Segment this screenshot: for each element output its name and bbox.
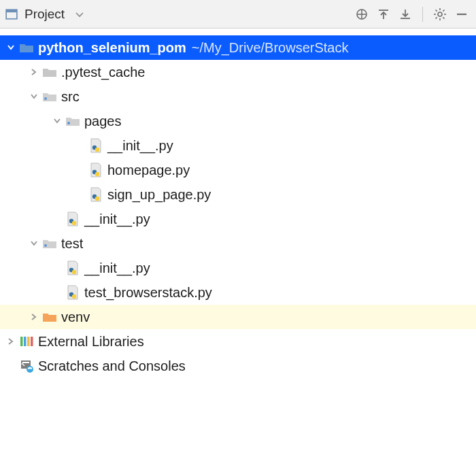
svg-line-16 bbox=[436, 17, 437, 18]
chevron-right-icon[interactable] bbox=[4, 337, 18, 346]
folder-icon bbox=[64, 116, 82, 127]
tree-item-label: test_browserstack.py bbox=[84, 284, 212, 301]
tree-item-label: venv bbox=[61, 308, 90, 326]
toolbar-separator bbox=[422, 7, 423, 22]
toolbar-title[interactable]: Project bbox=[24, 7, 65, 22]
tree-item-sign-up-page[interactable]: sign_up_page.py bbox=[0, 182, 476, 207]
project-name-label: python_selenium_pom bbox=[38, 39, 186, 56]
project-path-label: ~/My_Drive/BrowserStack bbox=[192, 39, 349, 56]
python-file-icon bbox=[64, 285, 82, 300]
python-file-icon bbox=[64, 260, 82, 275]
tree-item-src-init[interactable]: __init__.py bbox=[0, 207, 476, 231]
tree-item-label: src bbox=[61, 88, 80, 105]
select-opened-file-icon[interactable] bbox=[354, 7, 369, 22]
toolbar-right bbox=[354, 7, 472, 22]
scratches-icon bbox=[18, 359, 35, 373]
svg-line-14 bbox=[436, 10, 437, 11]
svg-point-19 bbox=[44, 97, 47, 100]
tree-item-pytest-cache[interactable]: .pytest_cache bbox=[0, 60, 476, 84]
svg-rect-37 bbox=[31, 337, 33, 346]
svg-line-15 bbox=[443, 17, 444, 18]
svg-point-29 bbox=[44, 244, 47, 247]
tree-item-pages-init[interactable]: __init__.py bbox=[0, 133, 476, 158]
tree-item-label: __init__.py bbox=[84, 259, 150, 277]
svg-rect-36 bbox=[27, 337, 30, 346]
folder-icon bbox=[18, 42, 35, 53]
tree-item-label: Scratches and Consoles bbox=[38, 357, 186, 375]
python-file-icon bbox=[87, 163, 105, 178]
svg-point-24 bbox=[95, 172, 99, 176]
tree-item-external-libraries[interactable]: External Libraries bbox=[0, 329, 476, 354]
svg-point-33 bbox=[72, 294, 76, 299]
svg-point-22 bbox=[95, 148, 99, 152]
expand-all-icon[interactable] bbox=[376, 7, 391, 22]
python-file-icon bbox=[87, 187, 105, 202]
collapse-all-icon[interactable] bbox=[398, 7, 413, 22]
tree-item-src[interactable]: src bbox=[0, 84, 476, 109]
svg-rect-34 bbox=[20, 337, 23, 346]
chevron-down-icon[interactable] bbox=[27, 239, 41, 248]
view-mode-dropdown-icon[interactable] bbox=[75, 7, 84, 21]
tree-item-test[interactable]: test bbox=[0, 231, 476, 256]
tree-item-label: homepage.py bbox=[107, 161, 190, 179]
chevron-down-icon[interactable] bbox=[27, 92, 41, 101]
tree-item-label: __init__.py bbox=[107, 137, 173, 154]
tree-item-homepage[interactable]: homepage.py bbox=[0, 158, 476, 182]
chevron-down-icon[interactable] bbox=[50, 117, 64, 125]
project-toolbar: Project bbox=[0, 0, 476, 29]
tree-item-label: External Libraries bbox=[38, 333, 144, 350]
folder-icon bbox=[41, 91, 58, 102]
svg-rect-39 bbox=[22, 362, 29, 363]
svg-point-20 bbox=[67, 122, 70, 124]
chevron-right-icon[interactable] bbox=[27, 313, 41, 321]
python-file-icon bbox=[87, 138, 105, 153]
tool-window-icon bbox=[4, 7, 19, 22]
folder-icon bbox=[41, 238, 58, 249]
chevron-right-icon[interactable] bbox=[27, 68, 41, 76]
tree-item-test-init[interactable]: __init__.py bbox=[0, 256, 476, 280]
external-libraries-icon bbox=[18, 335, 35, 348]
tree-item-label: sign_up_page.py bbox=[107, 186, 211, 203]
python-file-icon bbox=[64, 212, 82, 226]
tree-item-label: pages bbox=[84, 112, 122, 130]
tree-item-label: __init__.py bbox=[84, 210, 150, 228]
tree-item-pages[interactable]: pages bbox=[0, 109, 476, 133]
svg-line-17 bbox=[443, 10, 444, 11]
folder-icon bbox=[41, 67, 58, 78]
svg-rect-35 bbox=[24, 337, 27, 346]
folder-icon bbox=[41, 311, 58, 322]
tree-item-scratches-consoles[interactable]: Scratches and Consoles bbox=[0, 354, 476, 378]
hide-icon[interactable] bbox=[454, 7, 469, 22]
svg-point-9 bbox=[438, 12, 442, 16]
tree-item-label: test bbox=[61, 235, 83, 252]
tree-item-test-browserstack[interactable]: test_browserstack.py bbox=[0, 280, 476, 305]
project-tree: python_selenium_pom ~/My_Drive/BrowserSt… bbox=[0, 29, 476, 378]
tree-item-label: .pytest_cache bbox=[61, 63, 145, 81]
gear-icon[interactable] bbox=[432, 7, 447, 22]
chevron-down-icon[interactable] bbox=[4, 44, 18, 52]
toolbar-left: Project bbox=[4, 7, 354, 22]
svg-point-28 bbox=[72, 221, 76, 225]
svg-rect-1 bbox=[6, 10, 17, 12]
project-root-row[interactable]: python_selenium_pom ~/My_Drive/BrowserSt… bbox=[0, 35, 476, 60]
svg-point-31 bbox=[72, 270, 76, 274]
tree-item-venv[interactable]: venv bbox=[0, 305, 476, 329]
svg-point-26 bbox=[95, 197, 99, 201]
